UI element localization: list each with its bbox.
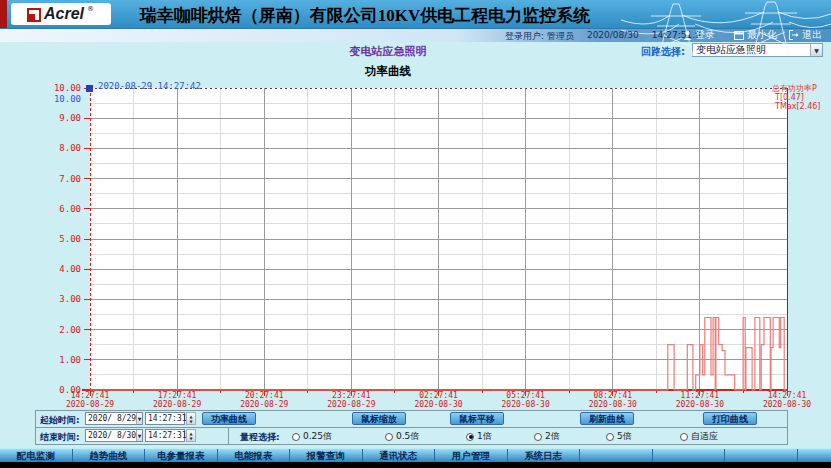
start-time-field[interactable]: 14:27:31 (145, 412, 185, 425)
start-time-spinner[interactable]: ▲▼ (186, 412, 196, 425)
y-axis-tick-label: 2.00 (25, 325, 81, 335)
x-tick-date: 2020-08-30 (491, 400, 561, 409)
x-tick-time: 14:27:41 (752, 391, 822, 400)
legend-line: 总有功功率P (772, 84, 830, 93)
y-axis-tick-label: 5.00 (25, 234, 81, 244)
minimize-button[interactable]: 最小化 (734, 29, 777, 41)
y-axis-tick-label: 9.00 (25, 113, 81, 123)
cursor-marker (86, 85, 93, 92)
legend-line: T[0.47] (772, 93, 830, 102)
nav-tab[interactable]: 通讯状态 (363, 449, 436, 462)
toolbar-button[interactable]: 鼠标缩放 (352, 412, 406, 425)
range-radio-label: 1倍 (477, 430, 492, 443)
loop-select-label: 回路选择: (641, 45, 685, 59)
x-axis-tick-label: 11:27:412020-08-30 (665, 391, 735, 409)
nav-tab-empty[interactable] (580, 449, 653, 462)
range-select-label: 量程选择: (240, 431, 280, 444)
y-axis-tick-label: 8.00 (25, 143, 81, 153)
nav-tab[interactable]: 电能报表 (218, 449, 291, 462)
left-edge-red-stripe (0, 0, 7, 28)
nav-tab[interactable]: 用户管理 (435, 449, 508, 462)
start-date-field[interactable]: 2020/ 8/29 ▼ (85, 412, 143, 425)
chevron-down-icon[interactable]: ▼ (810, 44, 822, 56)
x-tick-time: 11:27:41 (665, 391, 735, 400)
range-radio-label: 2倍 (545, 430, 560, 443)
x-tick-date: 2020-08-29 (55, 400, 125, 409)
legend-line: TMax[2.46] (772, 102, 830, 111)
range-radio-option[interactable]: 0.25倍 (292, 430, 332, 443)
y-axis-tick-label: 7.00 (25, 174, 81, 184)
y-axis-tick-label: 10.00 (25, 83, 81, 93)
end-date-field[interactable]: 2020/ 8/30 ▼ (85, 429, 143, 442)
toolbar-button[interactable]: 鼠标平移 (450, 412, 504, 425)
x-axis-tick-label: 08:27:412020-08-30 (578, 391, 648, 409)
calendar-dropdown-icon[interactable]: ▼ (136, 413, 142, 424)
y-axis-tick-label: 6.00 (25, 204, 81, 214)
page-title: 瑞幸咖啡烘焙（屏南）有限公司10KV供电工程电力监控系统 (130, 4, 600, 27)
end-time-label: 结束时间: (40, 431, 80, 444)
x-axis-tick-label: 05:27:412020-08-30 (491, 391, 561, 409)
x-axis-tick-label: 23:27:412020-08-29 (316, 391, 386, 409)
y-axis-tick-label: 3.00 (25, 294, 81, 304)
login-date: 2020/08/30 (587, 30, 639, 43)
exit-button[interactable]: 退出 (789, 29, 822, 41)
bottom-nav-bar: 配电监测趋势曲线电参量报表电能报表报警查询通讯状态用户管理系统日志 (0, 448, 831, 462)
toolbar-button[interactable]: 功率曲线 (202, 412, 256, 425)
header-bar: Acrel ® 瑞幸咖啡烘焙（屏南）有限公司10KV供电工程电力监控系统 (0, 0, 831, 28)
nav-tab[interactable]: 配电监测 (0, 449, 73, 462)
login-user-text: 登录用户: 管理员 (505, 30, 574, 43)
power-monitoring-app: Acrel ® 瑞幸咖啡烘焙（屏南）有限公司10KV供电工程电力监控系统 登录用… (0, 0, 831, 468)
nav-tab-empty[interactable] (653, 449, 726, 462)
acrel-logo-icon (28, 8, 41, 21)
registered-trademark-symbol: ® (87, 5, 94, 13)
minimize-icon (734, 31, 744, 40)
radio-button-icon (466, 433, 474, 441)
range-radio-label: 0.25倍 (303, 430, 332, 443)
y-axis-tick-label: 4.00 (25, 264, 81, 274)
range-radio-label: 5倍 (617, 430, 632, 443)
login-info: 登录用户: 管理员 2020/08/30 14:27:51.9 (505, 30, 701, 43)
x-tick-date: 2020-08-30 (665, 400, 735, 409)
acrel-logo: Acrel ® (11, 3, 111, 25)
loop-select-value: 变电站应急照明 (693, 43, 810, 57)
user-icon (683, 30, 692, 40)
acrel-logo-text: Acrel (44, 5, 84, 23)
start-time-label: 起始时间: (40, 414, 80, 427)
radio-button-icon (606, 433, 614, 441)
range-radio-label: 自适应 (691, 430, 718, 443)
current-circuit-name: 变电站应急照明 (338, 44, 438, 59)
end-time-spinner[interactable]: ▲▼ (186, 429, 196, 442)
bottom-black-strip (0, 462, 831, 468)
x-tick-time: 14:27:41 (55, 391, 125, 400)
nav-tab[interactable]: 趋势曲线 (73, 449, 146, 462)
cursor-value-label: 10.00 (25, 94, 81, 104)
power-curve-plot[interactable] (82, 84, 795, 398)
x-tick-date: 2020-08-30 (752, 400, 822, 409)
radio-button-icon (292, 433, 300, 441)
end-time-field[interactable]: 14:27:31 (145, 429, 185, 442)
radio-button-icon (534, 433, 542, 441)
x-axis-tick-label: 14:27:412020-08-30 (752, 391, 822, 409)
calendar-dropdown-icon[interactable]: ▼ (136, 430, 142, 441)
nav-tab[interactable]: 电参量报表 (145, 449, 218, 462)
toolbar-button[interactable]: 刷新曲线 (580, 412, 634, 425)
range-radio-option[interactable]: 1倍 (466, 430, 492, 443)
range-radio-option[interactable]: 0.5倍 (385, 430, 419, 443)
cursor-timestamp: 2020-08-29 14:27:42 (98, 81, 201, 91)
x-tick-time: 08:27:41 (578, 391, 648, 400)
nav-tab-empty[interactable] (725, 449, 798, 462)
range-radio-option[interactable]: 5倍 (606, 430, 632, 443)
nav-tab[interactable]: 系统日志 (508, 449, 581, 462)
range-radio-option[interactable]: 自适应 (680, 430, 718, 443)
x-tick-time: 05:27:41 (491, 391, 561, 400)
toolbar-button[interactable]: 打印曲线 (703, 412, 757, 425)
login-button[interactable]: 登录 (683, 29, 715, 41)
exit-icon (789, 30, 799, 40)
range-radio-label: 0.5倍 (396, 430, 419, 443)
x-tick-date: 2020-08-29 (229, 400, 299, 409)
range-radio-option[interactable]: 2倍 (534, 430, 560, 443)
nav-tab[interactable]: 报警查询 (290, 449, 363, 462)
loop-select-dropdown[interactable]: 变电站应急照明 ▼ (692, 43, 823, 57)
x-axis-tick-label: 20:27:412020-08-29 (229, 391, 299, 409)
radio-button-icon (385, 433, 393, 441)
